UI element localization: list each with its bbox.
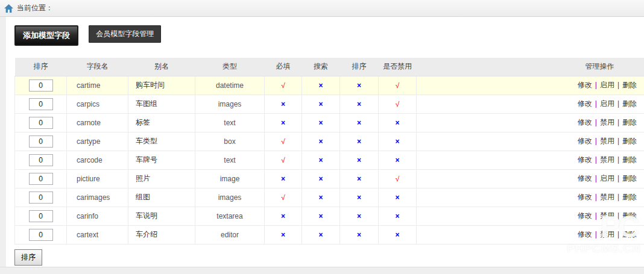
sort-cell [15, 207, 67, 225]
field-alias-cell: 车类型 [128, 132, 195, 151]
disabled-cell: × [379, 132, 417, 151]
disabled-cell: × [379, 225, 417, 244]
search-cell: × [302, 113, 340, 132]
cross-mark-icon: × [281, 119, 285, 127]
field-alias-cell: 照片 [128, 169, 195, 188]
cross-mark-icon: × [318, 175, 323, 183]
toggle-disable-link[interactable]: 启用 [600, 99, 614, 108]
disabled-cell: × [379, 188, 417, 207]
sort-submit-button[interactable]: 排序 [14, 249, 42, 266]
cross-mark-icon: × [357, 119, 361, 127]
toggle-disable-link[interactable]: 禁用 [600, 155, 614, 164]
operations-cell: 修改|启用|删除 [417, 169, 644, 188]
sort-order-input[interactable] [29, 229, 53, 241]
toggle-disable-link[interactable]: 启用 [600, 81, 614, 89]
search-cell: × [302, 169, 340, 188]
delete-link[interactable]: 删除 [622, 230, 637, 238]
footer-strip [0, 267, 644, 273]
table-row: carnote标签text××××修改|禁用|删除 [15, 113, 644, 132]
sortable-cell: × [340, 169, 379, 188]
cross-mark-icon: × [395, 231, 399, 239]
edit-link[interactable]: 修改 [578, 137, 592, 145]
delete-link[interactable]: 删除 [622, 81, 637, 89]
required-cell: √ [265, 132, 302, 151]
member-model-field-button[interactable]: 会员模型字段管理 [89, 25, 161, 43]
sort-order-input[interactable] [29, 79, 53, 92]
required-cell: × [265, 225, 302, 244]
toggle-disable-link[interactable]: 禁用 [600, 230, 614, 238]
check-mark-icon: √ [281, 193, 285, 202]
field-type-cell: images [195, 188, 265, 207]
delete-link[interactable]: 删除 [622, 155, 637, 164]
disabled-cell: × [379, 151, 417, 169]
table-row: cartext车介绍editor××××修改|禁用|删除 [15, 225, 644, 244]
edit-link[interactable]: 修改 [578, 211, 592, 220]
link-separator: | [614, 81, 622, 89]
cross-mark-icon: × [281, 231, 285, 239]
cross-mark-icon: × [318, 100, 323, 108]
cross-mark-icon: × [357, 156, 361, 164]
delete-link[interactable]: 删除 [622, 174, 637, 182]
toggle-disable-link[interactable]: 启用 [600, 174, 614, 182]
link-separator: | [592, 230, 600, 238]
edit-link[interactable]: 修改 [578, 155, 592, 164]
home-icon[interactable] [4, 4, 13, 13]
field-type-cell: images [195, 95, 265, 113]
disabled-cell: √ [379, 76, 417, 95]
edit-link[interactable]: 修改 [578, 174, 592, 182]
required-cell: × [265, 95, 302, 113]
edit-link[interactable]: 修改 [578, 118, 592, 126]
edit-link[interactable]: 修改 [578, 81, 592, 89]
link-separator: | [592, 81, 600, 89]
toggle-disable-link[interactable]: 禁用 [600, 137, 614, 145]
edit-link[interactable]: 修改 [578, 99, 592, 108]
field-name-cell: carpics [67, 95, 128, 113]
link-separator: | [614, 193, 622, 201]
operations-cell: 修改|启用|删除 [417, 76, 644, 95]
add-model-field-button[interactable]: 添加模型字段 [14, 25, 78, 46]
field-name-cell: cartext [67, 225, 128, 244]
link-separator: | [592, 99, 600, 108]
required-cell: √ [265, 76, 302, 95]
cross-mark-icon: × [281, 175, 285, 183]
link-separator: | [614, 118, 622, 126]
sort-order-input[interactable] [29, 154, 53, 166]
sort-order-input[interactable] [29, 210, 53, 222]
cross-mark-icon: × [395, 193, 399, 202]
cross-mark-icon: × [395, 156, 399, 164]
delete-link[interactable]: 删除 [622, 137, 637, 145]
field-alias-cell: 组图 [128, 188, 195, 207]
cross-mark-icon: × [395, 212, 399, 220]
sortable-cell: × [340, 95, 379, 113]
sort-order-input[interactable] [29, 191, 53, 204]
sort-order-input[interactable] [29, 135, 53, 148]
required-cell: √ [265, 151, 302, 169]
delete-link[interactable]: 删除 [622, 99, 637, 108]
field-alias-cell: 购车时间 [128, 76, 195, 95]
sort-order-input[interactable] [29, 173, 53, 185]
toggle-disable-link[interactable]: 禁用 [600, 211, 614, 220]
column-header-2: 别名 [128, 58, 195, 76]
field-type-cell: image [195, 169, 265, 188]
delete-link[interactable]: 删除 [622, 211, 637, 220]
search-cell: × [302, 188, 340, 207]
check-mark-icon: √ [396, 100, 400, 108]
toggle-disable-link[interactable]: 禁用 [600, 193, 614, 201]
link-separator: | [614, 211, 622, 220]
check-mark-icon: √ [281, 137, 285, 146]
link-separator: | [592, 155, 600, 164]
field-type-cell: editor [195, 225, 265, 244]
search-cell: × [302, 95, 340, 113]
required-cell: √ [265, 188, 302, 207]
delete-link[interactable]: 删除 [622, 118, 637, 126]
edit-link[interactable]: 修改 [578, 230, 592, 238]
sort-order-input[interactable] [29, 98, 53, 110]
sortable-cell: × [340, 225, 379, 244]
cross-mark-icon: × [318, 137, 323, 146]
table-row: cartime购车时间datetime√××√修改|启用|删除 [15, 76, 644, 95]
toggle-disable-link[interactable]: 禁用 [600, 118, 614, 126]
sortable-cell: × [340, 132, 379, 151]
sort-order-input[interactable] [29, 117, 53, 129]
edit-link[interactable]: 修改 [578, 193, 592, 201]
delete-link[interactable]: 删除 [622, 193, 637, 201]
